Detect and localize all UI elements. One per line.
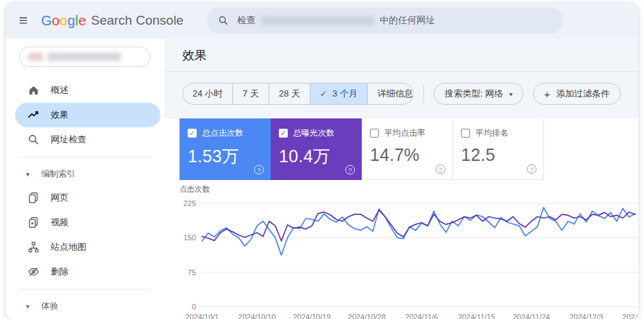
performance-chart[interactable]: 点击次数 075150225 2024/10/12024/10/102024/1… bbox=[179, 184, 639, 319]
sidebar-divider bbox=[19, 289, 151, 290]
sidebar-item-label: 概述 bbox=[51, 84, 69, 97]
search-icon bbox=[27, 133, 40, 146]
sidebar-item-label: 视频 bbox=[51, 216, 69, 229]
pages-icon bbox=[27, 192, 40, 204]
url-inspect-search-input[interactable]: 检查 中的任何网址 bbox=[207, 8, 563, 34]
check-icon: ✓ bbox=[320, 89, 327, 99]
checkbox[interactable]: ✓ bbox=[370, 129, 379, 138]
metric-cards: ✓ 总点击次数 1.53万 ? ✓ 总曝光次数 10.4万 ? bbox=[179, 118, 639, 180]
checkbox[interactable]: ✓ bbox=[461, 129, 470, 138]
card-label: 总点击次数 bbox=[202, 127, 243, 139]
sidebar-item-performance[interactable]: 效果 bbox=[15, 103, 160, 127]
sidebar-item-label: 效果 bbox=[51, 109, 69, 121]
sitemap-icon bbox=[27, 241, 40, 253]
card-value: 12.5 bbox=[461, 145, 535, 165]
sidebar-section-indexing[interactable]: ▾ 编制索引 bbox=[5, 162, 164, 186]
filter-bar: 24 小时 7 天 28 天 ✓ 3 个月 详细信息 ▾ bbox=[164, 72, 639, 118]
x-tick-labels: 2024/10/12024/10/102024/10/192024/10/282… bbox=[179, 313, 639, 319]
main-header: 效果 24 小时 7 天 28 天 ✓ 3 个月 详细信息 ▾ bbox=[164, 38, 639, 118]
help-icon[interactable]: ? bbox=[436, 164, 445, 174]
search-placeholder: 检查 中的任何网址 bbox=[237, 14, 435, 27]
card-label: 平均点击率 bbox=[384, 127, 425, 139]
sidebar-item-label: 网址检查 bbox=[51, 133, 86, 146]
sidebar: 概述 效果 网址检查 bbox=[5, 38, 164, 319]
sidebar-item-videos[interactable]: 视频 bbox=[5, 210, 164, 235]
page-title: 效果 bbox=[182, 49, 207, 62]
help-icon[interactable]: ? bbox=[527, 164, 536, 174]
card-total-impressions[interactable]: ✓ 总曝光次数 10.4万 ? bbox=[271, 118, 362, 180]
section-label: 编制索引 bbox=[41, 168, 75, 180]
sidebar-item-removals[interactable]: 删除 bbox=[5, 259, 164, 284]
card-average-position[interactable]: ✓ 平均排名 12.5 ? bbox=[453, 118, 544, 180]
performance-panel: ✓ 总点击次数 1.53万 ? ✓ 总曝光次数 10.4万 ? bbox=[164, 118, 639, 319]
card-value: 1.53万 bbox=[188, 145, 262, 168]
performance-chart-svg[interactable] bbox=[179, 198, 639, 311]
date-range-28d[interactable]: 28 天 bbox=[269, 84, 310, 104]
help-icon[interactable]: ? bbox=[254, 165, 264, 175]
app-logo: Google Search Console bbox=[41, 13, 184, 29]
sidebar-item-label: 删除 bbox=[51, 266, 69, 278]
help-icon[interactable]: ? bbox=[345, 165, 355, 175]
top-bar: ≡ Google Search Console 检查 中的任何网址 bbox=[5, 3, 639, 38]
plus-icon: + bbox=[544, 88, 550, 100]
main-content: 效果 24 小时 7 天 28 天 ✓ 3 个月 详细信息 ▾ bbox=[164, 38, 639, 319]
google-logo: Google bbox=[41, 13, 86, 29]
checkbox[interactable]: ✓ bbox=[279, 129, 288, 138]
sidebar-item-label: 站点地图 bbox=[51, 241, 86, 253]
date-range-segmented-control: 24 小时 7 天 28 天 ✓ 3 个月 详细信息 ▾ bbox=[182, 83, 414, 105]
trending-up-icon bbox=[27, 109, 40, 121]
caret-down-icon: ▾ bbox=[26, 303, 33, 310]
eye-off-icon bbox=[27, 266, 40, 278]
date-range-7d[interactable]: 7 天 bbox=[232, 84, 269, 104]
hamburger-icon: ≡ bbox=[19, 13, 28, 28]
search-type-chip[interactable]: 搜索类型: 网络 ▾ bbox=[434, 83, 523, 105]
property-name-redacted bbox=[47, 53, 121, 61]
date-range-3mo[interactable]: ✓ 3 个月 bbox=[310, 84, 367, 104]
card-average-ctr[interactable]: ✓ 平均点击率 14.7% ? bbox=[362, 118, 453, 180]
date-range-details-dropdown[interactable]: 详细信息 ▾ bbox=[367, 84, 414, 104]
property-favicon-redacted bbox=[28, 53, 43, 61]
redacted-domain bbox=[261, 16, 374, 25]
card-value: 10.4万 bbox=[279, 145, 354, 168]
caret-down-icon: ▾ bbox=[26, 170, 33, 178]
sidebar-divider bbox=[19, 157, 151, 157]
card-total-clicks[interactable]: ✓ 总点击次数 1.53万 ? bbox=[179, 118, 271, 180]
app-window: ≡ Google Search Console 检查 中的任何网址 bbox=[5, 3, 639, 319]
sidebar-item-sitemaps[interactable]: 站点地图 bbox=[5, 235, 164, 259]
checkbox[interactable]: ✓ bbox=[188, 129, 197, 138]
video-icon bbox=[27, 216, 40, 229]
add-filter-chip[interactable]: + 添加过滤条件 bbox=[533, 83, 621, 105]
card-value: 14.7% bbox=[370, 145, 444, 165]
sidebar-item-url-inspection[interactable]: 网址检查 bbox=[5, 127, 164, 152]
search-icon bbox=[218, 15, 229, 26]
property-selector[interactable] bbox=[19, 47, 151, 67]
date-range-24h[interactable]: 24 小时 bbox=[183, 84, 232, 104]
section-label: 体验 bbox=[41, 301, 58, 312]
filter-separator bbox=[423, 85, 424, 103]
sidebar-item-label: 网页 bbox=[51, 192, 69, 204]
card-label: 平均排名 bbox=[475, 127, 508, 139]
card-label: 总曝光次数 bbox=[293, 127, 334, 139]
sidebar-section-experience[interactable]: ▾ 体验 bbox=[5, 294, 164, 318]
sidebar-item-overview[interactable]: 概述 bbox=[5, 78, 164, 103]
product-name: Search Console bbox=[91, 13, 184, 28]
dropdown-arrow-icon: ▾ bbox=[509, 90, 512, 98]
home-icon bbox=[27, 84, 40, 97]
sidebar-item-pages[interactable]: 网页 bbox=[5, 186, 164, 210]
y-axis-label: 点击次数 bbox=[179, 184, 639, 195]
hamburger-menu-button[interactable]: ≡ bbox=[5, 13, 41, 28]
